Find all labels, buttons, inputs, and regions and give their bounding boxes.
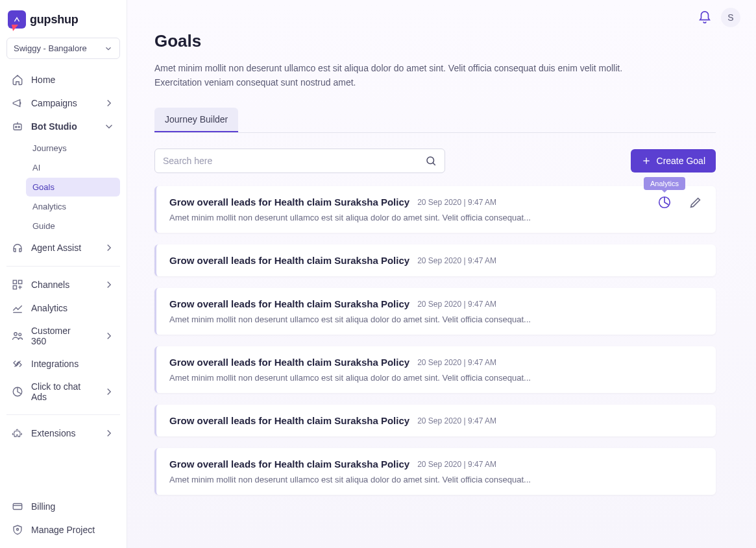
- sidebar-item-analytics[interactable]: Analytics: [6, 296, 120, 320]
- sidebar-item-click-to-chat[interactable]: Click to chat Ads: [6, 375, 120, 408]
- divider: [6, 266, 120, 267]
- pie-icon: [12, 386, 23, 398]
- plus-icon: [641, 156, 652, 166]
- sidebar-item-label: Customer 360: [31, 326, 88, 346]
- goal-card[interactable]: Grow overall leads for Health claim Sura…: [154, 244, 716, 276]
- goal-analytics-button[interactable]: Analytics: [657, 195, 672, 209]
- chevron-right-icon: [103, 97, 115, 109]
- brand-name: gupshup: [30, 13, 79, 27]
- svg-rect-4: [13, 280, 16, 283]
- svg-rect-12: [13, 504, 22, 510]
- goal-description: Amet minim mollit non deserunt ullamco e…: [169, 475, 703, 484]
- grid-icon: [12, 279, 23, 291]
- sidebar-item-channels[interactable]: Channels: [6, 273, 120, 296]
- search-icon: [425, 155, 437, 167]
- sidebar-item-agent-assist[interactable]: Agent Assist: [6, 236, 120, 259]
- sidebar-item-label: Campaigns: [31, 98, 77, 108]
- goal-title: Grow overall leads for Health claim Sura…: [169, 415, 409, 426]
- puzzle-icon: [12, 427, 23, 439]
- home-icon: [12, 74, 23, 86]
- sidebar-item-label: Manage Project: [31, 525, 95, 535]
- chevron-down-icon: [104, 44, 113, 53]
- sidebar-item-label: Agent Assist: [31, 243, 81, 253]
- brand-logo: gupshup: [0, 6, 127, 38]
- search-input[interactable]: [163, 156, 425, 166]
- goal-edit-button[interactable]: [689, 195, 703, 209]
- page-title: Goals: [154, 31, 716, 51]
- shield-icon: [12, 524, 23, 536]
- goal-card[interactable]: Grow overall leads for Health claim Sura…: [154, 288, 716, 335]
- goal-card[interactable]: Grow overall leads for Health claim Sura…: [154, 405, 716, 436]
- sidebar-item-label: Integrations: [31, 359, 79, 369]
- sidebar-item-label: Analytics: [31, 303, 67, 313]
- sidebar-item-label: Home: [31, 75, 55, 85]
- sidebar-item-integrations[interactable]: Integrations: [6, 352, 120, 375]
- sidebar-item-manage-project[interactable]: Manage Project: [6, 518, 120, 542]
- sidebar: gupshup Swiggy - Bangalore Home Campaign…: [0, 0, 127, 548]
- main-content: S Goals Amet minim mollit non deserunt u…: [127, 0, 756, 548]
- sidebar-sub-analytics[interactable]: Analytics: [26, 197, 120, 216]
- headset-icon: [12, 242, 23, 254]
- goal-timestamp: 20 Sep 2020 | 9:47 AM: [417, 416, 496, 425]
- svg-rect-5: [19, 280, 22, 283]
- goal-description: Amet minim mollit non deserunt ullamco e…: [169, 213, 703, 222]
- org-selector-label: Swiggy - Bangalore: [14, 43, 87, 53]
- tabs: Journey Builder: [154, 108, 716, 133]
- sidebar-item-label: Click to chat Ads: [31, 381, 88, 402]
- chevron-right-icon: [103, 427, 115, 439]
- bot-icon: [12, 121, 23, 132]
- chevron-right-icon: [103, 386, 115, 398]
- goal-timestamp: 20 Sep 2020 | 9:47 AM: [417, 198, 496, 207]
- sidebar-sub-journeys[interactable]: Journeys: [26, 139, 120, 158]
- goal-card[interactable]: Grow overall leads for Health claim Sura…: [154, 346, 716, 393]
- sidebar-item-bot-studio[interactable]: Bot Studio: [6, 115, 120, 138]
- goal-timestamp: 20 Sep 2020 | 9:47 AM: [417, 256, 496, 265]
- svg-rect-0: [14, 124, 21, 130]
- goal-timestamp: 20 Sep 2020 | 9:47 AM: [417, 300, 496, 309]
- toolbar: Create Goal: [154, 149, 716, 173]
- sidebar-sub-guide[interactable]: Guide: [26, 217, 120, 235]
- bot-studio-sublist: Journeys AI Goals Analytics Guide: [6, 139, 120, 235]
- sidebar-item-home[interactable]: Home: [6, 68, 120, 91]
- create-goal-button[interactable]: Create Goal: [631, 149, 716, 173]
- goal-description: Amet minim mollit non deserunt ullamco e…: [169, 373, 703, 383]
- svg-point-9: [14, 333, 18, 336]
- sidebar-sub-ai[interactable]: AI: [26, 158, 120, 177]
- sidebar-item-label: Bot Studio: [31, 121, 77, 132]
- plug-icon: [12, 358, 23, 370]
- sidebar-item-campaigns[interactable]: Campaigns: [6, 91, 120, 115]
- page-description: Amet minim mollit non deserunt ullamco e…: [154, 62, 661, 89]
- svg-point-1: [16, 126, 17, 128]
- goal-title: Grow overall leads for Health claim Sura…: [169, 255, 409, 266]
- goal-card[interactable]: Grow overall leads for Health claim Sura…: [154, 186, 716, 233]
- goal-title: Grow overall leads for Health claim Sura…: [169, 357, 409, 368]
- user-avatar[interactable]: S: [721, 8, 740, 27]
- divider: [6, 414, 120, 415]
- notification-bell-icon[interactable]: [698, 10, 712, 25]
- create-goal-label: Create Goal: [657, 156, 705, 166]
- goal-timestamp: 20 Sep 2020 | 9:47 AM: [417, 358, 496, 367]
- topbar: S: [698, 8, 740, 27]
- goal-title: Grow overall leads for Health claim Sura…: [169, 298, 409, 309]
- goal-title: Grow overall leads for Health claim Sura…: [169, 197, 409, 208]
- chevron-right-icon: [103, 242, 115, 254]
- svg-point-10: [19, 333, 21, 336]
- card-icon: [12, 501, 23, 512]
- search-box[interactable]: [154, 149, 445, 173]
- sidebar-sub-goals[interactable]: Goals: [26, 178, 120, 197]
- analytics-tooltip: Analytics: [644, 177, 685, 190]
- goal-description: Amet minim mollit non deserunt ullamco e…: [169, 315, 703, 324]
- tab-journey-builder[interactable]: Journey Builder: [154, 108, 238, 132]
- sidebar-item-billing[interactable]: Billing: [6, 495, 120, 518]
- chevron-down-icon: [103, 121, 115, 132]
- chart-line-icon: [12, 302, 23, 314]
- svg-line-16: [433, 163, 435, 165]
- sidebar-item-extensions[interactable]: Extensions: [6, 422, 120, 445]
- goal-card[interactable]: Grow overall leads for Health claim Sura…: [154, 448, 716, 495]
- svg-point-14: [17, 529, 19, 530]
- sidebar-item-customer360[interactable]: Customer 360: [6, 320, 120, 352]
- goal-title: Grow overall leads for Health claim Sura…: [169, 459, 409, 470]
- org-selector[interactable]: Swiggy - Bangalore: [6, 38, 120, 59]
- sidebar-item-label: Billing: [31, 501, 55, 512]
- goal-card-actions: Analytics: [657, 195, 703, 209]
